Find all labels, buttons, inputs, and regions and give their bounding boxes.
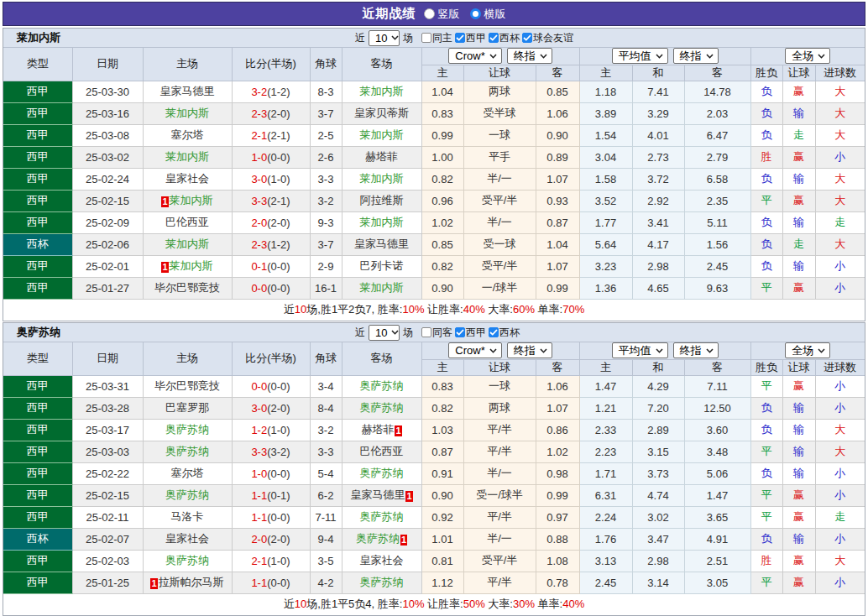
radio-vertical-layout[interactable] [424,8,435,19]
avg-away: 2.51 [684,550,750,572]
summary-text: 场,胜1平2负7, 胜率: [306,303,402,316]
result-outcome: 负 [750,419,782,441]
team-label: 巴伦西亚 [165,216,209,228]
chevron-down-icon [818,348,825,353]
average-select[interactable]: 平均值 [612,342,668,358]
odds-time-select[interactable]: 终指 [507,342,552,358]
home-odds: 1.12 [421,572,463,593]
match-date: 25-02-24 [72,168,143,190]
match-row: 西甲25-01-27毕尔巴鄂竞技0-0(0-0)16-1莱加内斯0.90一/球半… [3,277,865,299]
select-value: 平均值 [619,49,651,63]
half-score: (1-0) [267,424,290,436]
match-type: 西甲 [3,572,72,593]
corner-count: 3-3 [310,441,342,462]
match-date: 25-03-02 [72,146,143,168]
odds-time-select[interactable]: 终指 [507,48,552,64]
corner-count: 3-7 [310,233,342,255]
select-group: 平均值 终指 [580,48,750,64]
avg-time-select[interactable]: 终指 [673,48,719,64]
sub-header-handicap: 让球 [463,359,536,375]
same-venue-checkbox[interactable] [421,327,431,337]
league-filter-0-checkbox[interactable] [455,327,465,337]
same-venue-checkbox[interactable] [421,33,431,43]
handicap: 平/半 [463,419,536,441]
sub-header-avg-home: 主 [579,359,632,375]
team-label: 莱加内斯 [360,216,404,228]
same-venue-label: 同主 [432,31,452,45]
summary-row: 近10场,胜1平2负7, 胜率:10% 让胜率:40% 大率:60% 单率:70… [3,299,865,321]
radio-horizontal-layout[interactable] [470,8,481,19]
col-header-type: 类型 [3,48,72,81]
away-team: 奥萨苏纳 [342,375,421,397]
bookmaker-select[interactable]: Crow* [448,48,501,64]
result-handicap: 赢 [782,146,815,168]
league-filter-2-label: 球会友谊 [533,31,573,45]
away-odds: 0.98 [536,462,579,484]
average-select[interactable]: 平均值 [612,48,668,64]
team-label: 奥萨苏纳 [360,401,404,414]
league-filter-0-checkbox[interactable] [455,33,465,43]
select-value: 平均值 [619,343,651,358]
league-filter-1-checkbox[interactable] [489,327,499,337]
handicap: 一/球半 [463,277,536,299]
recent-count-select[interactable]: 10 [369,30,400,46]
sub-header-handicap: 让球 [463,65,536,81]
col-header-score: 比分(半场) [232,48,310,81]
period-select[interactable]: 全场 [785,48,830,64]
home-odds: 0.83 [421,375,463,397]
home-team: 毕尔巴鄂竞技 [143,375,232,397]
handicap: 两球 [463,397,536,419]
league-filter-2-checkbox[interactable] [522,33,532,43]
corner-count: 8-3 [310,81,342,102]
match-type: 西甲 [3,419,72,441]
handicap: 平/半 [463,572,536,593]
home-team: 塞尔塔 [143,124,232,146]
avg-away: 9.63 [684,277,750,299]
half-score: (1-2) [267,86,290,98]
match-date: 25-02-06 [72,233,143,255]
match-date: 25-02-11 [72,506,143,528]
match-row: 西甲25-02-15奥萨苏纳1-1(0-1)6-2皇家马德里10.90受一/球半… [3,484,865,506]
result-outcome: 平 [750,190,782,211]
match-score: 1-2(1-0) [232,419,310,441]
team-label: 阿拉维斯 [360,194,404,206]
handicap: 平/半 [463,506,536,528]
bookmaker-select[interactable]: Crow* [448,342,501,358]
away-team: 阿拉维斯 [342,190,421,211]
period-select[interactable]: 全场 [785,342,830,358]
avg-home: 2.23 [579,441,632,462]
team-label: 奥萨苏纳 [165,488,209,501]
away-odds: 1.06 [536,375,579,397]
result-goals: 大 [815,168,865,190]
home-team: 皇家社会 [143,168,232,190]
away-team: 莱加内斯 [342,211,421,233]
league-filter-1-checkbox[interactable] [489,33,499,43]
result-outcome: 负 [750,81,782,102]
team-label: 毕尔巴鄂竞技 [154,281,220,294]
avg-draw: 3.14 [632,572,684,593]
recent-count-select[interactable]: 10 [369,325,400,341]
team-label: 莱加内斯 [360,172,404,185]
team-block-leganes: 莱加内斯 近10场同主西甲西杯球会友谊 类型 日期 主场 比分(半场) 角球 客… [3,28,865,321]
avg-home: 1.77 [579,211,632,233]
summary-text: 场,胜1平5负4, 胜率: [306,598,402,610]
away-team: 莱加内斯 [342,124,421,146]
chevron-down-icon [656,54,663,59]
result-goals: 大 [815,124,865,146]
team-label: 奥萨苏纳 [360,510,404,523]
match-type: 西甲 [3,484,72,506]
full-score: 1-1 [251,577,267,589]
result-outcome: 负 [750,462,782,484]
half-score: (2-0) [267,402,290,415]
home-team: 巴塞罗那 [143,397,232,419]
league-filter-0-label: 西甲 [466,326,486,340]
match-row: 西甲25-03-30皇家马德里3-2(1-2)8-3莱加内斯1.04两球0.85… [3,81,865,102]
match-row: 西甲25-03-17奥萨苏纳1-2(1-0)3-2赫塔菲11.03平/半0.86… [3,419,865,441]
half-score: (1-0) [267,555,290,567]
home-team: 莱加内斯 [143,146,232,168]
match-date: 25-03-31 [72,375,143,397]
home-odds: 0.85 [421,233,463,255]
avg-time-select[interactable]: 终指 [673,342,719,358]
handicap: 受一球 [463,233,536,255]
full-score: 3-0 [251,402,267,415]
